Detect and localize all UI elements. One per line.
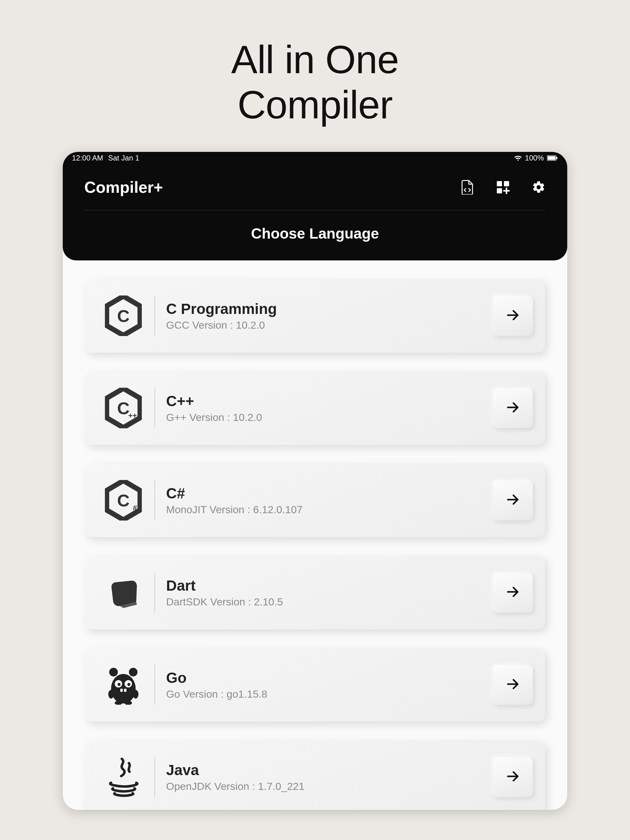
svg-rect-5 <box>497 188 502 193</box>
language-text: Go Go Version : go1.15.8 <box>166 669 493 700</box>
language-name: Dart <box>166 577 493 594</box>
page-title-line2: Compiler <box>237 83 393 127</box>
open-language-button[interactable] <box>493 388 533 428</box>
status-date: Sat Jan 1 <box>108 154 139 163</box>
section-title: Choose Language <box>84 210 546 242</box>
device-frame: 12:00 AM Sat Jan 1 100% Compiler+ <box>63 152 567 810</box>
app-title: Compiler+ <box>84 178 163 196</box>
language-text: C# MonoJIT Version : 6.12.0.107 <box>166 485 493 516</box>
battery-icon <box>547 155 558 161</box>
divider <box>154 388 155 428</box>
open-language-button[interactable] <box>493 480 533 520</box>
csharp-icon: C # <box>100 480 146 521</box>
language-subtitle: GCC Version : 10.2.0 <box>166 319 493 331</box>
svg-point-16 <box>133 690 138 699</box>
arrow-right-icon <box>505 584 520 600</box>
settings-gear-icon[interactable] <box>532 180 546 194</box>
arrow-right-icon <box>505 492 520 508</box>
app-header: Compiler+ <box>63 164 567 261</box>
language-text: C++ G++ Version : 10.2.0 <box>166 393 493 423</box>
open-language-button[interactable] <box>493 757 533 797</box>
status-time: 12:00 AM <box>72 154 103 163</box>
language-card-dart[interactable]: Dart DartSDK Version : 2.10.5 <box>85 556 545 629</box>
language-text: C Programming GCC Version : 10.2.0 <box>166 300 493 331</box>
divider <box>154 296 155 336</box>
open-language-button[interactable] <box>493 665 533 705</box>
divider <box>154 665 155 705</box>
language-subtitle: OpenJDK Version : 1.7.0_221 <box>166 780 493 793</box>
language-card-csharp[interactable]: C # C# MonoJIT Version : 6.12.0.107 <box>85 463 545 537</box>
svg-rect-3 <box>497 181 502 186</box>
arrow-right-icon <box>505 400 520 416</box>
svg-point-12 <box>127 683 130 686</box>
language-subtitle: G++ Version : 10.2.0 <box>166 411 493 423</box>
divider <box>154 573 155 613</box>
language-name: Go <box>166 669 493 686</box>
svg-rect-2 <box>557 157 557 159</box>
svg-rect-1 <box>548 156 556 160</box>
arrow-right-icon <box>505 677 520 693</box>
language-list: C C Programming GCC Version : 10.2.0 C +… <box>63 261 567 810</box>
language-subtitle: MonoJIT Version : 6.12.0.107 <box>166 504 493 516</box>
page-title: All in One Compiler <box>0 0 630 127</box>
code-file-icon[interactable] <box>460 180 474 194</box>
language-name: C++ <box>166 393 493 409</box>
open-language-button[interactable] <box>493 573 533 613</box>
grid-add-icon[interactable] <box>496 180 510 194</box>
language-text: Java OpenJDK Version : 1.7.0_221 <box>166 762 493 793</box>
cpp-icon: C ++ <box>100 388 146 428</box>
language-name: C Programming <box>166 300 493 317</box>
language-name: Java <box>166 762 493 778</box>
svg-point-7 <box>109 668 118 676</box>
arrow-right-icon <box>505 769 520 785</box>
open-language-button[interactable] <box>493 296 533 336</box>
svg-point-11 <box>117 683 120 686</box>
page-title-line1: All in One <box>231 38 399 82</box>
svg-rect-13 <box>120 689 123 692</box>
c-icon: C <box>100 295 146 336</box>
svg-rect-4 <box>504 181 509 186</box>
wifi-icon <box>514 155 522 161</box>
svg-point-6 <box>111 674 136 704</box>
divider <box>154 480 155 520</box>
language-card-go[interactable]: Go Go Version : go1.15.8 <box>85 648 545 722</box>
go-icon <box>100 665 146 705</box>
svg-rect-14 <box>124 689 127 692</box>
divider <box>154 757 155 797</box>
java-icon <box>100 757 146 797</box>
language-subtitle: DartSDK Version : 2.10.5 <box>166 596 493 608</box>
arrow-right-icon <box>505 308 520 324</box>
dart-icon <box>100 576 146 609</box>
status-bar: 12:00 AM Sat Jan 1 100% <box>63 152 567 164</box>
status-battery-text: 100% <box>525 154 544 163</box>
language-name: C# <box>166 485 493 502</box>
svg-point-8 <box>129 668 138 676</box>
language-text: Dart DartSDK Version : 2.10.5 <box>166 577 493 608</box>
language-card-java[interactable]: Java OpenJDK Version : 1.7.0_221 <box>85 740 545 810</box>
svg-point-15 <box>108 690 114 699</box>
language-card-c[interactable]: C C Programming GCC Version : 10.2.0 <box>85 279 545 353</box>
language-subtitle: Go Version : go1.15.8 <box>166 688 493 700</box>
language-card-cpp[interactable]: C ++ C++ G++ Version : 10.2.0 <box>85 371 545 445</box>
